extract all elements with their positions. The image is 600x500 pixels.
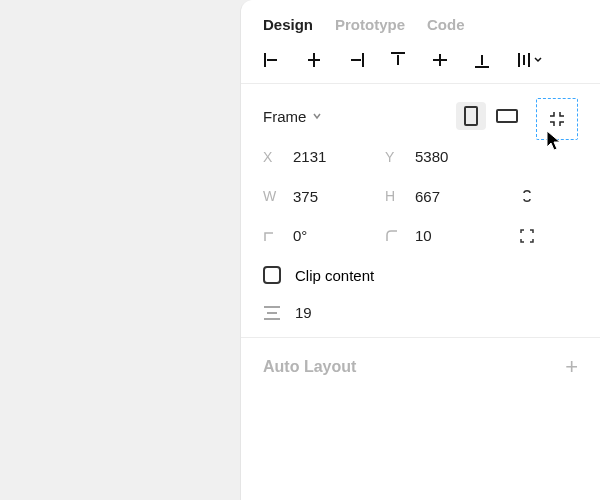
y-input[interactable]: 5380 xyxy=(415,148,495,165)
rotation-input[interactable]: 0° xyxy=(293,227,373,244)
tab-prototype[interactable]: Prototype xyxy=(335,16,405,33)
align-top-icon[interactable] xyxy=(389,51,407,69)
h-label: H xyxy=(385,188,403,204)
rotation-icon xyxy=(263,229,281,243)
orientation-group xyxy=(456,102,522,130)
auto-layout-section: Auto Layout + xyxy=(241,338,600,396)
tab-design[interactable]: Design xyxy=(263,16,313,33)
align-hcenter-icon[interactable] xyxy=(305,51,323,69)
w-label: W xyxy=(263,188,281,204)
canvas-area[interactable] xyxy=(0,0,240,500)
svg-rect-16 xyxy=(497,110,517,122)
orientation-landscape-button[interactable] xyxy=(492,102,522,130)
y-label: Y xyxy=(385,149,403,165)
frame-section: Frame X 21 xyxy=(241,84,600,338)
clip-content-checkbox[interactable] xyxy=(263,266,281,284)
independent-corners-icon[interactable] xyxy=(519,228,535,244)
spacing-row: 19 xyxy=(263,304,578,321)
resize-to-fit-button[interactable] xyxy=(536,98,578,140)
frame-properties-grid: X 2131 Y 5380 W 375 H 667 0° 10 xyxy=(263,148,578,244)
link-dimensions-icon[interactable] xyxy=(520,187,534,205)
x-label: X xyxy=(263,149,281,165)
align-bottom-icon[interactable] xyxy=(473,51,491,69)
align-vcenter-icon[interactable] xyxy=(431,51,449,69)
tab-code[interactable]: Code xyxy=(427,16,465,33)
align-left-icon[interactable] xyxy=(263,51,281,69)
clip-content-label: Clip content xyxy=(295,267,374,284)
align-right-icon[interactable] xyxy=(347,51,365,69)
chevron-down-icon xyxy=(312,111,322,121)
alignment-controls xyxy=(241,43,600,84)
corner-radius-icon xyxy=(385,229,403,243)
orientation-portrait-button[interactable] xyxy=(456,102,486,130)
spacing-icon xyxy=(263,305,281,321)
frame-type-dropdown[interactable]: Frame xyxy=(263,108,322,125)
distribute-icon[interactable] xyxy=(515,51,542,69)
frame-type-label: Frame xyxy=(263,108,306,125)
auto-layout-title: Auto Layout xyxy=(263,358,356,376)
height-input[interactable]: 667 xyxy=(415,188,495,205)
radius-input[interactable]: 10 xyxy=(415,227,495,244)
spacing-input[interactable]: 19 xyxy=(295,304,312,321)
svg-rect-15 xyxy=(465,107,477,125)
panel-tabs: Design Prototype Code xyxy=(241,0,600,43)
width-input[interactable]: 375 xyxy=(293,188,373,205)
clip-content-row: Clip content xyxy=(263,266,578,284)
design-panel: Design Prototype Code Frame xyxy=(240,0,600,500)
x-input[interactable]: 2131 xyxy=(293,148,373,165)
add-auto-layout-button[interactable]: + xyxy=(565,354,578,380)
